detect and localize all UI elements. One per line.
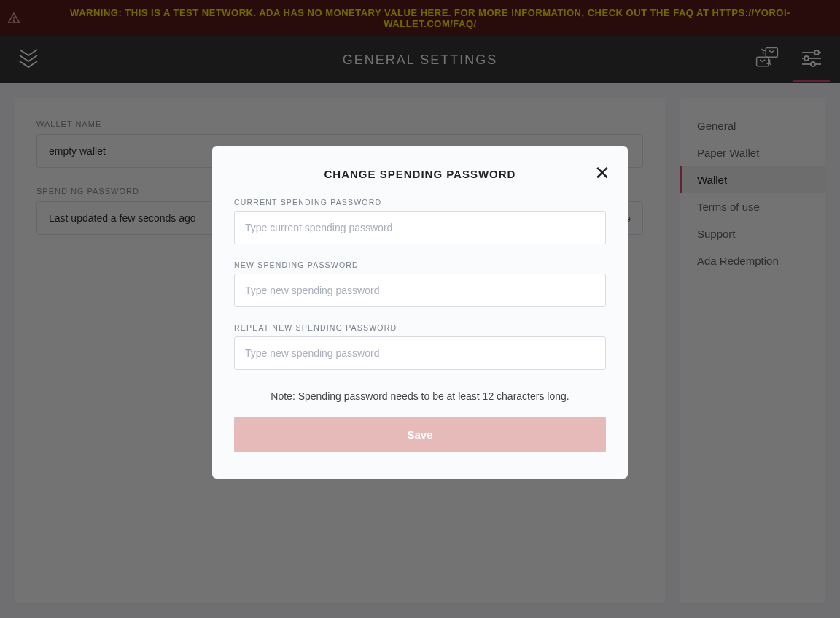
current-password-input[interactable]: [234, 211, 606, 244]
change-password-modal: CHANGE SPENDING PASSWORD ✕ CURRENT SPEND…: [212, 146, 628, 479]
modal-title: CHANGE SPENDING PASSWORD: [234, 168, 606, 180]
password-note: Note: Spending password needs to be at l…: [234, 390, 606, 402]
modal-overlay[interactable]: CHANGE SPENDING PASSWORD ✕ CURRENT SPEND…: [0, 0, 840, 618]
current-password-label: CURRENT SPENDING PASSWORD: [234, 198, 606, 206]
repeat-password-label: REPEAT NEW SPENDING PASSWORD: [234, 323, 606, 332]
close-icon[interactable]: ✕: [594, 163, 610, 182]
new-password-input[interactable]: [234, 274, 606, 307]
new-password-label: NEW SPENDING PASSWORD: [234, 260, 606, 269]
save-button[interactable]: Save: [234, 417, 606, 452]
repeat-password-input[interactable]: [234, 336, 606, 370]
